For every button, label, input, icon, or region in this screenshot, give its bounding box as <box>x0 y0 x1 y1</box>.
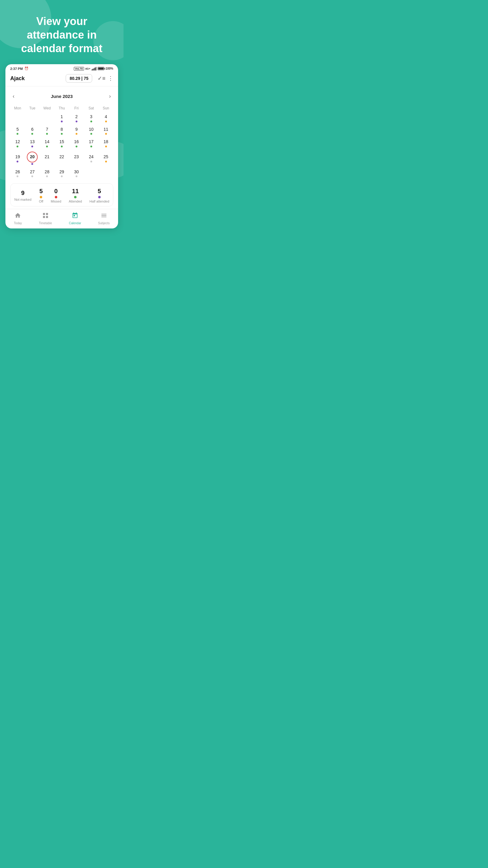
calendar-date: 15 <box>59 139 64 145</box>
attendance-dot <box>90 133 92 135</box>
calendar-cell[interactable]: 19 <box>10 150 25 167</box>
stats-card: 9Not marked5Off0Missed11Attended5Half at… <box>10 183 113 207</box>
calendar-nav: ‹ June 2023 › <box>10 90 113 105</box>
stat-number: 5 <box>39 188 43 195</box>
calendar-cell <box>98 168 113 179</box>
attendance-dot <box>76 176 77 177</box>
status-bar: 2:37 PM ⏰ VoLTE 4G+ 100% <box>5 64 118 72</box>
stat-label: Off <box>39 199 43 203</box>
next-month-button[interactable]: › <box>107 92 113 101</box>
bottom-nav: TodayTimetableCalendarSubjects <box>5 209 118 228</box>
nav-item-today[interactable]: Today <box>14 212 22 225</box>
calendar-cell[interactable]: 16 <box>69 138 84 149</box>
nav-item-calendar[interactable]: Calendar <box>69 212 82 225</box>
calendar-cell[interactable]: 12 <box>10 138 25 149</box>
stat-number: 11 <box>72 188 78 195</box>
calendar-cell[interactable]: 21 <box>40 150 55 167</box>
stat-dot <box>98 196 101 198</box>
stat-label: Half attended <box>90 199 109 203</box>
stat-item: 5Half attended <box>90 188 109 203</box>
calendar-cell[interactable]: 15 <box>55 138 69 149</box>
menu-icon <box>101 212 107 221</box>
calendar-date: 8 <box>61 127 63 133</box>
stat-item: 0Missed <box>51 188 61 203</box>
attendance-dot <box>17 133 19 135</box>
calendar-date: 17 <box>89 139 94 145</box>
nav-label: Calendar <box>69 221 82 225</box>
calendar-date: 28 <box>44 169 50 175</box>
day-header: Sun <box>98 105 113 112</box>
calendar-date: 9 <box>75 127 78 133</box>
attendance-dot <box>46 146 48 147</box>
calendar-cell[interactable]: 20 <box>25 150 40 167</box>
stat-dot <box>74 196 76 198</box>
calendar-cell[interactable]: 5 <box>10 125 25 137</box>
calendar-date: 10 <box>89 127 94 133</box>
calendar-cell[interactable]: 7 <box>40 125 55 137</box>
calendar-cell[interactable]: 25 <box>98 150 113 167</box>
calendar-cell[interactable]: 22 <box>55 150 69 167</box>
network-label: 4G+ <box>85 67 90 70</box>
calendar-cell[interactable]: 3 <box>84 113 98 124</box>
day-header: Sat <box>84 105 98 112</box>
calendar-cell[interactable]: 14 <box>40 138 55 149</box>
calendar-cell[interactable]: 9 <box>69 125 84 137</box>
calendar-cell[interactable]: 6 <box>25 125 40 137</box>
calendar-cell[interactable]: 8 <box>55 125 69 137</box>
calendar-cell[interactable]: 30 <box>69 168 84 179</box>
prev-month-button[interactable]: ‹ <box>10 92 17 101</box>
stat-label: Missed <box>51 199 61 203</box>
calendar-cell[interactable]: 24 <box>84 150 98 167</box>
calendar-cell[interactable]: 18 <box>98 138 113 149</box>
calendar-cell[interactable]: 29 <box>55 168 69 179</box>
calendar-date: 16 <box>74 139 79 145</box>
attendance-dot <box>105 133 107 135</box>
calendar-cell[interactable]: 1 <box>55 113 69 124</box>
calendar-cell[interactable]: 17 <box>84 138 98 149</box>
day-headers: MonTueWedThuFriSatSun <box>10 105 113 112</box>
calendar-cell[interactable]: 10 <box>84 125 98 137</box>
calendar-date: 21 <box>44 154 50 160</box>
calendar-cell[interactable]: 27 <box>25 168 40 179</box>
calendar-date: 2 <box>75 114 78 120</box>
attendance-dot <box>61 121 63 122</box>
calendar-date: 11 <box>104 127 108 133</box>
calendar-cell <box>25 113 40 124</box>
calendar-cell <box>84 168 98 179</box>
calendar-cell[interactable]: 13 <box>25 138 40 149</box>
calendar-date: 26 <box>15 169 20 175</box>
calendar-cell[interactable]: 2 <box>69 113 84 124</box>
attendance-dot <box>105 161 107 162</box>
alarm-icon: ⏰ <box>24 67 29 70</box>
app-title: Ajack <box>10 75 66 82</box>
calendar-date: 29 <box>59 169 64 175</box>
more-options-icon[interactable]: ⋮ <box>108 75 113 82</box>
nav-item-subjects[interactable]: Subjects <box>98 212 110 225</box>
day-header: Fri <box>69 105 84 112</box>
calendar-cell[interactable]: 26 <box>10 168 25 179</box>
calendar-date: 14 <box>44 139 50 145</box>
nav-item-timetable[interactable]: Timetable <box>39 212 52 225</box>
month-label: June 2023 <box>51 94 73 99</box>
checklist-icon[interactable]: ✓≡ <box>98 75 105 82</box>
calendar-date: 12 <box>15 139 20 145</box>
stat-dot <box>40 196 42 198</box>
attendance-dot <box>17 146 19 147</box>
stat-number: 9 <box>21 190 24 196</box>
calendar-date: 4 <box>105 114 107 120</box>
calendar-date: 22 <box>59 154 64 160</box>
calendar-date: 5 <box>17 127 19 133</box>
signal-icon <box>92 67 97 70</box>
calendar-cell[interactable]: 23 <box>69 150 84 167</box>
stat-dot <box>55 196 57 198</box>
calendar-cell[interactable]: 11 <box>98 125 113 137</box>
stat-label: Not marked <box>14 198 31 201</box>
attendance-dot <box>46 176 48 177</box>
hero-title: View your attendance in calendar format <box>9 14 115 55</box>
calendar-date: 23 <box>74 154 79 160</box>
attendance-dot <box>31 146 33 147</box>
calendar-cell[interactable]: 28 <box>40 168 55 179</box>
nav-label: Today <box>14 221 22 225</box>
calendar-cell[interactable]: 4 <box>98 113 113 124</box>
calendar-date: 27 <box>30 169 35 175</box>
